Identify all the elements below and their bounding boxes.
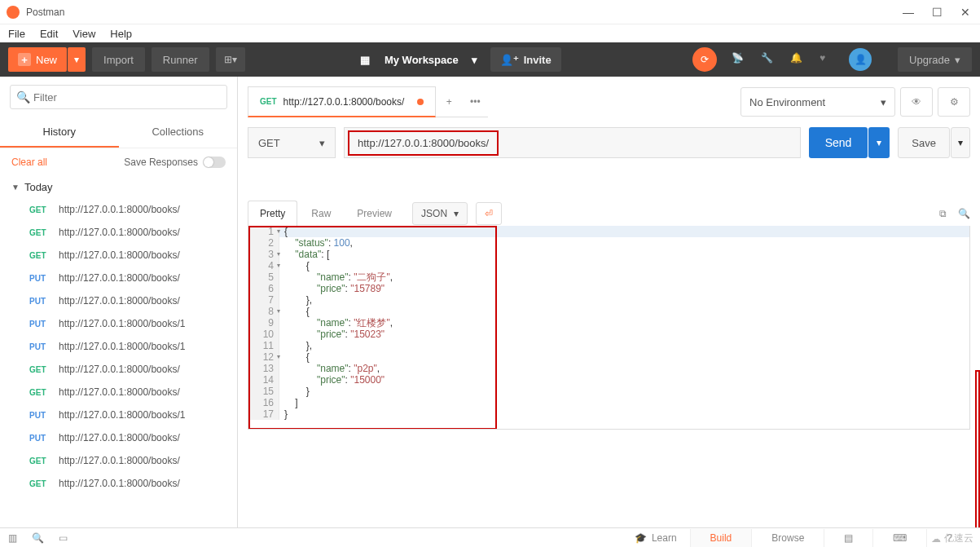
method-select[interactable]: GET ▾ xyxy=(248,127,336,158)
user-avatar[interactable]: 👤 xyxy=(849,48,872,71)
content-top-row: GET http://127.0.0.1:8000/books/ + ••• N… xyxy=(248,86,970,117)
unsaved-dot-icon xyxy=(417,99,424,105)
keyboard-icon[interactable]: ⌨ xyxy=(872,529,926,547)
history-url: http://127.0.0.1:8000/books/ xyxy=(59,455,180,466)
cloud-icon: ☁ xyxy=(931,533,941,545)
url-input[interactable]: http://127.0.0.1:8000/books/ xyxy=(344,127,801,158)
history-method: PUT xyxy=(29,411,51,420)
history-group-today[interactable]: ▼ Today xyxy=(0,176,237,198)
bell-icon[interactable]: 🔔 xyxy=(790,52,805,67)
filter-input[interactable] xyxy=(10,85,227,109)
plus-icon: + xyxy=(18,53,31,66)
import-button[interactable]: Import xyxy=(92,47,145,72)
history-url: http://127.0.0.1:8000/books/ xyxy=(59,249,180,261)
workspace-selector[interactable]: ▦ My Workspace ▾ 👤⁺ Invite xyxy=(360,47,561,72)
history-item[interactable]: GEThttp://127.0.0.1:8000/books/ xyxy=(0,198,237,221)
tab-collections[interactable]: Collections xyxy=(119,117,238,148)
history-method: GET xyxy=(29,479,51,488)
save-button[interactable]: Save xyxy=(898,127,950,158)
environment-eye-icon[interactable]: 👁 xyxy=(900,87,933,117)
close-icon[interactable]: ✕ xyxy=(960,6,970,19)
send-dropdown[interactable]: ▾ xyxy=(868,127,890,158)
console-icon[interactable]: ▭ xyxy=(59,532,68,544)
send-button[interactable]: Send xyxy=(809,127,868,158)
resp-tab-raw[interactable]: Raw xyxy=(299,201,343,227)
response-format-select[interactable]: JSON ▾ xyxy=(412,202,468,225)
find-icon[interactable]: 🔍 xyxy=(32,532,44,544)
history-url: http://127.0.0.1:8000/books/ xyxy=(59,364,180,375)
resp-tab-pretty[interactable]: Pretty xyxy=(248,201,297,227)
history-item[interactable]: GEThttp://127.0.0.1:8000/books/ xyxy=(0,381,237,404)
clear-all-link[interactable]: Clear all xyxy=(11,157,47,168)
menu-help[interactable]: Help xyxy=(110,28,132,40)
resp-tab-preview[interactable]: Preview xyxy=(345,201,404,227)
history-item[interactable]: GEThttp://127.0.0.1:8000/books/ xyxy=(0,221,237,244)
maximize-icon[interactable]: ☐ xyxy=(932,6,943,19)
add-tab-button[interactable]: + xyxy=(436,86,462,117)
history-item[interactable]: GEThttp://127.0.0.1:8000/books/ xyxy=(0,358,237,381)
history-method: GET xyxy=(29,457,51,465)
tab-history[interactable]: History xyxy=(0,117,119,148)
sidebar-actions: Clear all Save Responses xyxy=(0,148,237,176)
panes-icon[interactable]: ▤ xyxy=(824,529,872,547)
invite-button[interactable]: 👤⁺ Invite xyxy=(490,47,561,72)
upgrade-button[interactable]: Upgrade ▾ xyxy=(898,47,972,72)
heart-icon[interactable]: ♥ xyxy=(820,52,834,67)
new-dropdown[interactable]: ▾ xyxy=(68,47,86,72)
history-method: GET xyxy=(29,365,51,374)
chevron-down-icon: ▾ xyxy=(319,137,325,149)
group-label: Today xyxy=(24,181,53,193)
sync-icon[interactable]: ⟳ xyxy=(692,47,717,72)
menu-view[interactable]: View xyxy=(73,28,95,40)
history-method: GET xyxy=(29,228,51,237)
new-button[interactable]: + New xyxy=(8,47,67,72)
build-button[interactable]: Build xyxy=(690,529,752,547)
history-item[interactable]: GEThttp://127.0.0.1:8000/books/ xyxy=(0,244,237,267)
tab-menu-button[interactable]: ••• xyxy=(462,86,488,117)
satellite-icon[interactable]: 📡 xyxy=(732,52,746,67)
history-url: http://127.0.0.1:8000/books/ xyxy=(59,204,180,215)
runner-button[interactable]: Runner xyxy=(152,47,209,72)
history-item[interactable]: GEThttp://127.0.0.1:8000/books/ xyxy=(0,449,237,472)
history-url: http://127.0.0.1:8000/books/ xyxy=(59,478,180,489)
toolbar-right-icons: ⟳ 📡 🔧 🔔 ♥ 👤 Upgrade ▾ xyxy=(692,47,972,72)
browse-button[interactable]: Browse xyxy=(751,529,824,547)
response-right-icons: ⧉ 🔍 xyxy=(939,208,970,219)
copy-icon[interactable]: ⧉ xyxy=(939,208,947,219)
chevron-down-icon: ▾ xyxy=(472,54,477,66)
new-window-icon[interactable]: ⊞▾ xyxy=(216,47,245,72)
history-item[interactable]: PUThttp://127.0.0.1:8000/books/ xyxy=(0,267,237,289)
statusbar: ▥ 🔍 ▭ 🎓 Learn Build Browse ▤ ⌨ ? xyxy=(0,527,980,547)
caret-down-icon: ▼ xyxy=(11,183,20,192)
settings-gear-icon[interactable]: ⚙ xyxy=(938,87,970,117)
save-dropdown[interactable]: ▾ xyxy=(951,127,970,158)
save-responses-toggle[interactable]: Save Responses xyxy=(124,157,226,168)
history-item[interactable]: PUThttp://127.0.0.1:8000/books/ xyxy=(0,289,237,312)
history-url: http://127.0.0.1:8000/books/ xyxy=(59,432,180,443)
response-body[interactable]: 1▾{2 "status": 100,3▾ "data": [4▾ {5 "na… xyxy=(248,226,970,430)
upgrade-label: Upgrade xyxy=(909,54,950,66)
titlebar: Postman ― ☐ ✕ xyxy=(0,0,980,24)
wrench-icon[interactable]: 🔧 xyxy=(761,52,776,67)
history-item[interactable]: PUThttp://127.0.0.1:8000/books/1 xyxy=(0,312,237,335)
history-item[interactable]: PUThttp://127.0.0.1:8000/books/1 xyxy=(0,335,237,358)
environment-select[interactable]: No Environment ▾ xyxy=(740,87,895,117)
sidebar-tabs: History Collections xyxy=(0,117,237,148)
history-item[interactable]: PUThttp://127.0.0.1:8000/books/ xyxy=(0,426,237,449)
history-url: http://127.0.0.1:8000/books/1 xyxy=(59,409,185,421)
sidebar-toggle-icon[interactable]: ▥ xyxy=(8,532,17,544)
history-method: PUT xyxy=(29,274,51,283)
request-tab[interactable]: GET http://127.0.0.1:8000/books/ xyxy=(248,86,436,117)
menu-file[interactable]: File xyxy=(8,28,25,40)
history-item[interactable]: GEThttp://127.0.0.1:8000/books/ xyxy=(0,472,237,495)
wrap-lines-icon[interactable]: ⏎ xyxy=(476,202,502,225)
invite-label: Invite xyxy=(524,54,552,66)
save-responses-label: Save Responses xyxy=(124,157,198,168)
minimize-icon[interactable]: ― xyxy=(903,6,914,19)
history-method: GET xyxy=(29,251,51,260)
learn-link[interactable]: 🎓 Learn xyxy=(635,532,690,544)
search-icon[interactable]: 🔍 xyxy=(958,208,970,219)
history-url: http://127.0.0.1:8000/books/ xyxy=(59,386,180,398)
menu-edit[interactable]: Edit xyxy=(40,28,58,40)
history-item[interactable]: PUThttp://127.0.0.1:8000/books/1 xyxy=(0,404,237,426)
